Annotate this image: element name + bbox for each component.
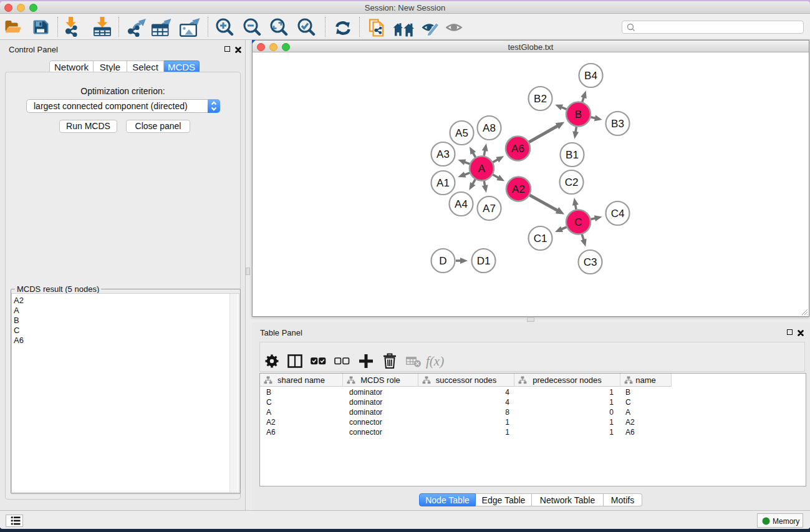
svg-text:A6: A6 xyxy=(511,143,524,155)
svg-text:A: A xyxy=(478,163,486,175)
svg-text:C3: C3 xyxy=(584,256,597,268)
svg-text:A2: A2 xyxy=(512,183,525,195)
svg-text:B3: B3 xyxy=(611,118,624,130)
svg-text:B1: B1 xyxy=(566,149,579,161)
svg-text:A1: A1 xyxy=(436,177,450,189)
svg-text:B2: B2 xyxy=(534,93,547,105)
svg-text:C1: C1 xyxy=(534,233,547,244)
svg-text:C: C xyxy=(574,216,582,228)
svg-text:D1: D1 xyxy=(477,255,491,267)
svg-text:A8: A8 xyxy=(483,122,496,134)
svg-text:C4: C4 xyxy=(611,208,625,220)
svg-text:A4: A4 xyxy=(455,198,468,210)
svg-text:C2: C2 xyxy=(565,177,579,188)
svg-text:A7: A7 xyxy=(483,203,496,215)
svg-text:B: B xyxy=(575,109,582,120)
svg-text:f(x): f(x) xyxy=(426,354,444,369)
svg-text:D: D xyxy=(439,255,446,267)
svg-text:A3: A3 xyxy=(436,148,450,160)
svg-text:A5: A5 xyxy=(455,127,468,139)
svg-text:B4: B4 xyxy=(584,70,597,82)
